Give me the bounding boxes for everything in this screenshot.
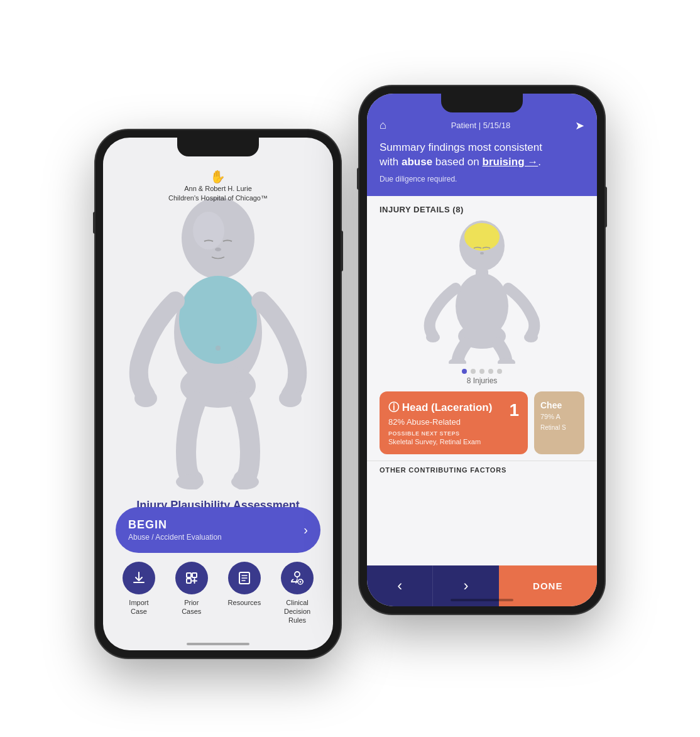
import-case-button[interactable]: ImportCase — [123, 562, 155, 625]
svg-point-6 — [134, 390, 157, 407]
notch-right — [441, 94, 523, 112]
right-phone: ⌂ Patient | 5/15/18 ➤ Summary findings m… — [359, 86, 604, 614]
screen-right: ⌂ Patient | 5/15/18 ➤ Summary findings m… — [367, 94, 597, 606]
injury-card-cheek-title: Chee — [540, 400, 578, 410]
svg-point-22 — [426, 332, 440, 342]
right-content: INJURY DETAILS (8) — [367, 196, 597, 606]
svg-point-1 — [193, 212, 224, 249]
send-icon[interactable]: ➤ — [575, 119, 584, 133]
home-icon[interactable]: ⌂ — [380, 119, 386, 132]
injury-card-cheek[interactable]: Chee 79% A Retinal S — [534, 391, 584, 454]
notch-left — [177, 138, 259, 156]
next-steps-label: POSSIBLE NEXT STEPS — [388, 430, 519, 437]
injury-details-header: INJURY DETAILS (8) — [367, 196, 597, 219]
right-header-top: ⌂ Patient | 5/15/18 ➤ — [380, 119, 584, 133]
injury-cards-row: ⓘ Head (Laceration) 82% Abuse-Related PO… — [367, 385, 597, 461]
home-indicator-right — [451, 599, 513, 601]
injury-card-cheek-steps: Retinal S — [540, 424, 578, 431]
svg-point-23 — [524, 332, 538, 342]
prev-button[interactable]: ‹ — [367, 565, 433, 606]
hospital-name: Ann & Robert H. Lurie Children's Hospita… — [168, 184, 268, 204]
due-diligence-text: Due diligence required. — [380, 175, 584, 183]
svg-point-10 — [231, 474, 259, 489]
svg-point-7 — [279, 390, 302, 407]
next-icon: › — [463, 577, 468, 594]
svg-rect-12 — [187, 573, 191, 577]
svg-point-2 — [215, 248, 221, 251]
clinical-decision-icon — [281, 562, 314, 594]
prior-cases-label: PriorCases — [182, 598, 201, 616]
resources-label: Resources — [228, 598, 261, 607]
resources-icon — [228, 562, 261, 594]
body-figure-right-container: 8 Injuries — [367, 219, 597, 385]
dot-5 — [497, 369, 502, 374]
begin-sublabel: Abuse / Accident Evaluation — [128, 533, 222, 542]
dot-4 — [488, 369, 493, 374]
svg-point-18 — [464, 223, 500, 251]
prev-icon: ‹ — [397, 577, 402, 594]
prior-cases-icon — [175, 562, 208, 594]
next-steps-value: Skeletal Survey, Retinal Exam — [388, 438, 519, 445]
patient-date: Patient | 5/15/18 — [451, 121, 510, 130]
dot-1 — [462, 369, 467, 374]
injury-number-badge: 1 — [509, 400, 519, 420]
phones-container: ✋ Ann & Robert H. Lurie Children's Hospi… — [4, 11, 696, 727]
home-indicator-left — [187, 643, 249, 645]
info-icon: ⓘ — [388, 401, 402, 413]
other-contributing: OTHER CONTRIBUTING FACTORS — [367, 461, 597, 476]
begin-button[interactable]: BEGIN Abuse / Accident Evaluation › — [116, 507, 320, 553]
begin-chevron-icon: › — [304, 523, 308, 537]
resources-button[interactable]: Resources — [228, 562, 261, 625]
prior-cases-button[interactable]: PriorCases — [175, 562, 208, 625]
done-label: DONE — [533, 581, 562, 591]
body-figure-left — [124, 188, 312, 489]
body-figure-right — [419, 219, 545, 364]
svg-point-11 — [216, 346, 221, 351]
dot-3 — [479, 369, 484, 374]
injuries-count: 8 Injuries — [467, 376, 498, 385]
injury-card-head-percent: 82% Abuse-Related — [388, 417, 519, 427]
hospital-logo: ✋ Ann & Robert H. Lurie Children's Hospi… — [168, 169, 268, 204]
svg-point-19 — [480, 252, 484, 254]
begin-button-content: BEGIN Abuse / Accident Evaluation — [128, 518, 222, 542]
svg-point-9 — [176, 474, 204, 489]
import-case-icon — [123, 562, 155, 594]
left-phone-screen: ✋ Ann & Robert H. Lurie Children's Hospi… — [103, 138, 333, 650]
clinical-decision-label: ClinicalDecisionRules — [284, 598, 310, 625]
svg-rect-13 — [192, 573, 197, 577]
summary-text: Summary findings most consistent with ab… — [380, 140, 584, 170]
import-case-label: ImportCase — [129, 598, 148, 616]
injury-card-head-title: ⓘ Head (Laceration) — [388, 400, 519, 415]
left-phone: ✋ Ann & Robert H. Lurie Children's Hospi… — [96, 130, 341, 658]
dot-2 — [471, 369, 476, 374]
clinical-decision-rules-button[interactable]: ClinicalDecisionRules — [281, 562, 314, 625]
right-phone-screen: ⌂ Patient | 5/15/18 ➤ Summary findings m… — [367, 94, 597, 606]
injury-card-cheek-percent: 79% A — [540, 413, 578, 420]
done-button[interactable]: DONE — [499, 565, 597, 606]
hospital-icon: ✋ — [168, 169, 268, 184]
bottom-icons: ImportCase PriorCases — [103, 562, 333, 625]
svg-rect-14 — [187, 579, 191, 583]
screen-left: ✋ Ann & Robert H. Lurie Children's Hospi… — [103, 138, 333, 650]
injury-card-head[interactable]: ⓘ Head (Laceration) 82% Abuse-Related PO… — [380, 391, 528, 454]
begin-label: BEGIN — [128, 518, 222, 532]
pagination-dots — [462, 369, 502, 374]
